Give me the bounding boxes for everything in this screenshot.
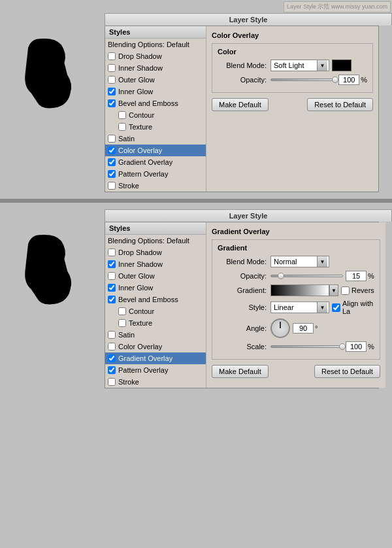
drop-shadow-item-1[interactable]: Drop Shadow — [105, 50, 206, 62]
styles-header-1: Styles — [105, 26, 206, 39]
color-overlay-item-2[interactable]: Color Overlay — [105, 341, 206, 352]
color-overlay-checkbox-2[interactable] — [108, 343, 116, 351]
opacity-slider-track-2[interactable] — [270, 275, 343, 277]
align-checkbox-label[interactable]: Align with La — [332, 300, 374, 315]
texture-item-1[interactable]: Texture — [105, 121, 206, 133]
texture-checkbox-2[interactable] — [118, 319, 126, 327]
gradient-overlay-item-2[interactable]: Gradient Overlay — [105, 352, 206, 364]
inner-glow-item-2[interactable]: Inner Glow — [105, 282, 206, 294]
stroke-checkbox-1[interactable] — [108, 182, 116, 190]
blend-mode-dropdown-1[interactable]: Soft Light ▼ — [270, 60, 329, 71]
inner-shadow-checkbox-2[interactable] — [108, 260, 116, 268]
section-1: Layer Style 示范 www.missy yuan.com Layer … — [0, 0, 392, 201]
dialog-1: Styles Blending Options: Default Drop Sh… — [105, 26, 379, 192]
opacity-slider-track-1[interactable] — [270, 78, 336, 81]
align-checkbox[interactable] — [332, 303, 340, 312]
texture-item-2[interactable]: Texture — [105, 317, 206, 329]
blend-mode-arrow-1[interactable]: ▼ — [317, 60, 327, 71]
angle-input[interactable]: 90 — [293, 323, 314, 334]
gradient-overlay-checkbox-1[interactable] — [108, 158, 116, 166]
drop-shadow-item-2[interactable]: Drop Shadow — [105, 247, 206, 258]
drop-shadow-checkbox-2[interactable] — [108, 248, 116, 256]
gradient-arrow[interactable]: ▼ — [329, 284, 338, 296]
gradient-overlay-item-1[interactable]: Gradient Overlay — [105, 156, 206, 168]
stroke-item-1[interactable]: Stroke — [105, 180, 206, 192]
gradient-overlay-panel: Gradient Overlay Gradient Blend Mode: No… — [206, 222, 385, 388]
opacity-unit-2: % — [368, 272, 374, 280]
scale-slider-track[interactable] — [270, 345, 343, 348]
opacity-slider-thumb-1[interactable] — [332, 77, 338, 83]
scale-slider-thumb[interactable] — [339, 343, 346, 350]
make-default-btn-1[interactable]: Make Default — [212, 98, 269, 111]
angle-dial[interactable] — [270, 318, 290, 338]
style-arrow[interactable]: ▼ — [317, 302, 327, 313]
stroke-checkbox-2[interactable] — [108, 378, 116, 386]
preview-area-1 — [0, 13, 105, 192]
satin-item-1[interactable]: Satin — [105, 133, 206, 145]
opacity-input-1[interactable]: 100 — [338, 75, 359, 85]
satin-item-2[interactable]: Satin — [105, 329, 206, 341]
color-group: Color Blend Mode: Soft Light ▼ Opacity: — [212, 43, 373, 93]
bevel-emboss-checkbox-2[interactable] — [108, 296, 116, 303]
pattern-overlay-item-2[interactable]: Pattern Overlay — [105, 364, 206, 376]
pattern-overlay-item-1[interactable]: Pattern Overlay — [105, 168, 206, 180]
stroke-item-2[interactable]: Stroke — [105, 376, 206, 388]
bevel-emboss-checkbox-1[interactable] — [108, 99, 116, 107]
pattern-overlay-checkbox-2[interactable] — [108, 366, 116, 374]
outer-glow-checkbox-2[interactable] — [108, 272, 116, 280]
panel-area-1: Layer Style Styles Blending Options: Def… — [105, 13, 392, 192]
angle-unit: ° — [315, 324, 318, 332]
outer-glow-item-1[interactable]: Outer Glow — [105, 74, 206, 86]
opacity-input-2[interactable]: 15 — [346, 271, 367, 281]
dial-line — [280, 322, 281, 328]
inner-shadow-item-1[interactable]: Inner Shadow — [105, 62, 206, 74]
blend-mode-label-2: Blend Mode: — [218, 258, 267, 265]
shape-preview-2 — [16, 229, 88, 307]
drop-shadow-checkbox-1[interactable] — [108, 52, 116, 60]
gradient-overlay-checkbox-2[interactable] — [108, 354, 116, 362]
bevel-emboss-item-1[interactable]: Bevel and Emboss — [105, 97, 206, 109]
inner-shadow-checkbox-1[interactable] — [108, 64, 116, 72]
watermark: Layer Style 示范 www.missy yuan.com — [284, 1, 391, 12]
blending-options-item-2[interactable]: Blending Options: Default — [105, 235, 206, 247]
blend-mode-dropdown-2[interactable]: Normal ▼ — [270, 256, 329, 267]
inner-shadow-item-2[interactable]: Inner Shadow — [105, 258, 206, 270]
pattern-overlay-checkbox-1[interactable] — [108, 170, 116, 178]
inner-glow-checkbox-1[interactable] — [108, 88, 116, 95]
outer-glow-checkbox-1[interactable] — [108, 76, 116, 84]
gradient-row: Gradient: ▼ Revers — [218, 284, 374, 296]
color-overlay-checkbox-1[interactable] — [108, 146, 116, 154]
shape-preview-1 — [16, 33, 88, 111]
scale-input[interactable]: 100 — [346, 341, 367, 352]
outer-glow-item-2[interactable]: Outer Glow — [105, 270, 206, 282]
satin-checkbox-1[interactable] — [108, 135, 116, 143]
reverse-checkbox[interactable] — [341, 286, 350, 295]
gradient-bar[interactable] — [270, 284, 329, 296]
contour-item-2[interactable]: Contour — [105, 305, 206, 317]
opacity-slider-thumb-2[interactable] — [278, 273, 284, 279]
contour-checkbox-1[interactable] — [118, 111, 126, 119]
gradient-label: Gradient: — [218, 286, 267, 294]
inner-glow-checkbox-2[interactable] — [108, 284, 116, 292]
contour-item-1[interactable]: Contour — [105, 109, 206, 121]
reset-default-btn-2[interactable]: Reset to Default — [314, 365, 380, 378]
bevel-emboss-item-2[interactable]: Bevel and Emboss — [105, 294, 206, 305]
section-2: Layer Style Styles Blending Options: Def… — [0, 203, 392, 395]
style-dropdown[interactable]: Linear ▼ — [270, 301, 329, 313]
gradient-overlay-title: Gradient Overlay — [212, 228, 380, 235]
contour-checkbox-2[interactable] — [118, 307, 126, 315]
blend-mode-arrow-2[interactable]: ▼ — [317, 256, 327, 267]
reverse-checkbox-label[interactable]: Revers — [341, 286, 374, 295]
inner-glow-item-1[interactable]: Inner Glow — [105, 86, 206, 97]
blending-options-item-1[interactable]: Blending Options: Default — [105, 39, 206, 50]
satin-checkbox-2[interactable] — [108, 331, 116, 339]
make-default-btn-2[interactable]: Make Default — [212, 365, 269, 378]
opacity-label-2: Opacity: — [218, 272, 267, 280]
color-group-title: Color — [218, 48, 367, 56]
color-swatch-1[interactable] — [332, 60, 351, 71]
color-overlay-item-1[interactable]: Color Overlay — [105, 145, 206, 156]
opacity-label-1: Opacity: — [218, 76, 267, 84]
reset-default-btn-1[interactable]: Reset to Default — [307, 98, 373, 111]
texture-checkbox-1[interactable] — [118, 123, 126, 131]
color-overlay-panel: Color Overlay Color Blend Mode: Soft Lig… — [206, 26, 378, 192]
